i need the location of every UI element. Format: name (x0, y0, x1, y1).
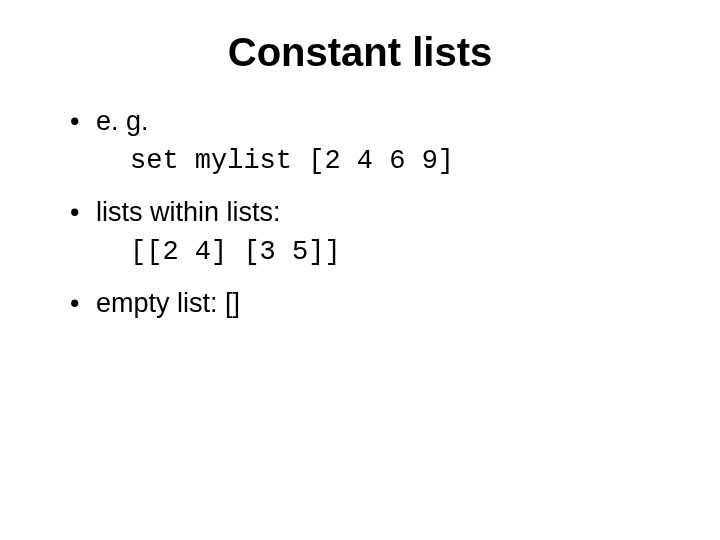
code-line: set mylist [2 4 6 9] (130, 143, 680, 179)
bullet-text: lists within lists: (96, 197, 281, 227)
bullet-list: e. g. set mylist [2 4 6 9] lists within … (70, 103, 680, 321)
list-item: e. g. set mylist [2 4 6 9] (70, 103, 680, 180)
list-item: empty list: [] (70, 285, 680, 321)
list-item: lists within lists: [[2 4] [3 5]] (70, 194, 680, 271)
slide-title: Constant lists (40, 30, 680, 75)
bullet-text: e. g. (96, 106, 149, 136)
slide: Constant lists e. g. set mylist [2 4 6 9… (0, 0, 720, 540)
bullet-text: empty list: [] (96, 288, 240, 318)
code-line: [[2 4] [3 5]] (130, 234, 680, 270)
